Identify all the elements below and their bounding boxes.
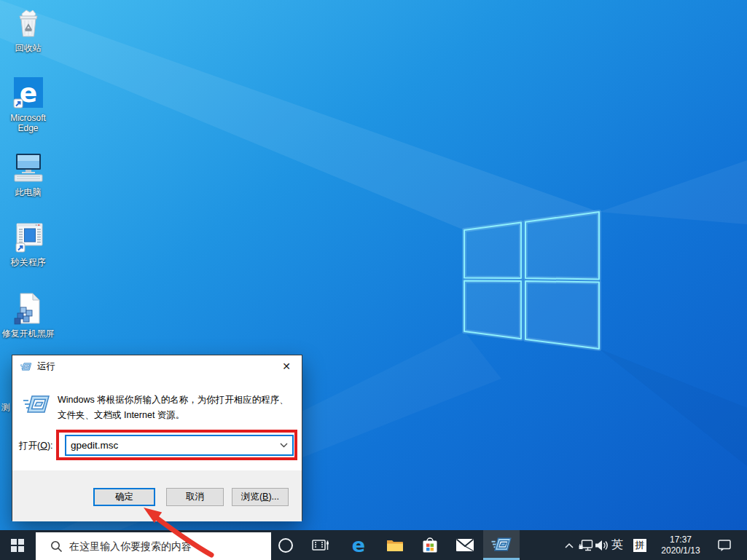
ime-mode-indicator[interactable]: 拼 — [633, 530, 646, 560]
search-icon — [50, 540, 63, 553]
file-explorer-button[interactable] — [378, 530, 412, 560]
cortana-icon — [278, 537, 294, 553]
desktop-icon-recycle-bin[interactable]: 回收站 — [1, 6, 55, 53]
desktop-icon-label: 回收站 — [15, 43, 42, 53]
clock-time: 17:37 — [670, 535, 692, 545]
network-status[interactable] — [578, 530, 594, 560]
combo-dropdown-button[interactable] — [275, 436, 292, 454]
taskbar-edge-button[interactable]: e — [341, 530, 376, 560]
desktop-icon-label: 秒关程序 — [11, 257, 46, 267]
search-input[interactable] — [69, 540, 266, 552]
task-view-button[interactable] — [305, 530, 337, 560]
store-icon — [421, 537, 439, 553]
cancel-button[interactable]: 取消 — [166, 488, 224, 506]
open-field-label: 打开(O): — [19, 440, 53, 452]
app-window-icon — [11, 220, 46, 255]
run-input[interactable] — [66, 440, 275, 451]
taskbar: e — [0, 530, 747, 560]
action-center-icon — [718, 539, 732, 552]
run-dialog-title: 运行 — [37, 360, 55, 373]
windows-logo — [464, 212, 599, 349]
registry-file-icon — [11, 291, 46, 326]
run-dialog: 运行 ✕ Windows 将根据你所输入的名称，为你打开相应的程序、 文件夹、文… — [12, 355, 302, 521]
chevron-up-icon — [564, 542, 574, 549]
ethernet-icon — [579, 540, 593, 551]
run-app-icon — [490, 536, 512, 553]
desktop-icon-edge[interactable]: e Microsoft Edge — [1, 76, 55, 133]
run-body-icon — [22, 393, 51, 415]
desktop: 回收站 e Microsoft Edge 此电脑 — [0, 0, 747, 560]
run-dialog-titlebar[interactable]: 运行 ✕ — [12, 355, 302, 377]
desktop-icon-label: Microsoft Edge — [1, 113, 55, 133]
ime-mode-box: 拼 — [633, 539, 646, 552]
chevron-down-icon — [280, 443, 288, 448]
run-description-line1: Windows 将根据你所输入的名称，为你打开相应的程序、 — [58, 393, 294, 408]
microsoft-store-button[interactable] — [412, 530, 447, 560]
mail-button[interactable] — [447, 530, 482, 560]
this-pc-icon — [11, 150, 46, 185]
action-center-button[interactable] — [716, 530, 735, 560]
run-description: Windows 将根据你所输入的名称，为你打开相应的程序、 文件夹、文档或 In… — [58, 393, 294, 423]
recycle-bin-icon — [11, 6, 46, 41]
close-icon[interactable]: ✕ — [271, 355, 302, 377]
desktop-icon-this-pc[interactable]: 此电脑 — [1, 150, 55, 197]
clock-date: 2020/1/13 — [661, 545, 700, 556]
windows-start-icon — [11, 539, 24, 552]
volume-status[interactable] — [593, 530, 609, 560]
speaker-icon — [595, 540, 609, 551]
desktop-icon-label: 此电脑 — [15, 187, 42, 197]
taskbar-search-box[interactable] — [36, 532, 271, 560]
mail-icon — [455, 538, 474, 552]
edge-icon: e — [11, 76, 46, 111]
edge-e-icon: e — [352, 534, 365, 556]
ime-language-indicator[interactable]: 英 — [609, 530, 625, 560]
run-dialog-icon — [20, 362, 32, 371]
cortana-button[interactable] — [271, 530, 300, 560]
desktop-icon-program[interactable]: 秒关程序 — [1, 220, 55, 267]
taskbar-clock[interactable]: 17:37 2020/1/13 — [654, 530, 707, 560]
hidden-desktop-icon-label[interactable]: 测 — [1, 401, 11, 414]
task-view-icon — [312, 538, 329, 553]
desktop-icon-registry-fix[interactable]: 修复开机黑屏 — [1, 291, 55, 339]
file-explorer-icon — [386, 538, 404, 553]
taskbar-run-app-active[interactable] — [483, 530, 520, 560]
ok-button[interactable]: 确定 — [93, 488, 155, 506]
start-button[interactable] — [0, 530, 35, 560]
desktop-icon-label: 修复开机黑屏 — [2, 328, 55, 339]
browse-button[interactable]: 浏览(B)... — [232, 488, 289, 506]
run-description-line2: 文件夹、文档或 Internet 资源。 — [58, 408, 294, 423]
run-input-combobox[interactable] — [65, 435, 294, 456]
tray-show-hidden-icons[interactable] — [563, 530, 576, 560]
